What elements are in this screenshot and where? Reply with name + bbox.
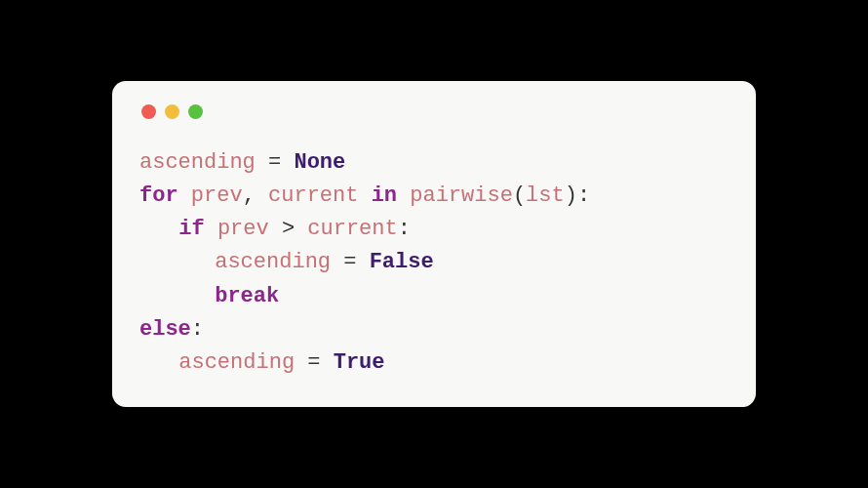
argument: lst xyxy=(526,183,565,208)
traffic-lights xyxy=(139,104,729,119)
operator: > xyxy=(282,217,295,241)
colon: : xyxy=(191,317,204,342)
code-window: ascending = None for prev, current in pa… xyxy=(112,81,756,407)
code-line-6: else: xyxy=(139,317,204,342)
keyword-else: else xyxy=(139,317,191,342)
minimize-icon[interactable] xyxy=(165,104,179,119)
code-block: ascending = None for prev, current in pa… xyxy=(139,146,729,380)
variable: ascending xyxy=(139,150,256,175)
colon: : xyxy=(398,217,411,241)
code-line-2: for prev, current in pairwise(lst): xyxy=(139,183,590,208)
function-call: pairwise xyxy=(410,183,513,208)
operator: = xyxy=(331,250,370,274)
variable: ascending xyxy=(178,350,295,375)
paren: ( xyxy=(513,183,526,208)
variable: current xyxy=(268,183,358,208)
keyword-for: for xyxy=(139,183,178,208)
variable: current xyxy=(307,217,397,241)
variable: prev xyxy=(191,183,243,208)
operator: = xyxy=(256,150,295,175)
code-line-3: if prev > current: xyxy=(139,213,411,246)
variable: ascending xyxy=(215,250,331,274)
code-line-5: break xyxy=(139,280,279,313)
operator: = xyxy=(295,350,334,375)
keyword-if: if xyxy=(178,217,204,241)
variable: prev xyxy=(217,217,269,241)
value-false: False xyxy=(370,250,434,274)
value-true: True xyxy=(334,350,385,375)
code-line-7: ascending = True xyxy=(139,346,385,380)
comma: , xyxy=(243,183,268,208)
keyword-break: break xyxy=(215,284,279,308)
paren: ): xyxy=(565,183,590,208)
keyword-in: in xyxy=(372,183,397,208)
maximize-icon[interactable] xyxy=(188,104,203,119)
code-line-4: ascending = False xyxy=(139,246,434,279)
close-icon[interactable] xyxy=(141,104,156,119)
value-none: None xyxy=(294,150,345,175)
code-line-1: ascending = None xyxy=(139,150,345,175)
